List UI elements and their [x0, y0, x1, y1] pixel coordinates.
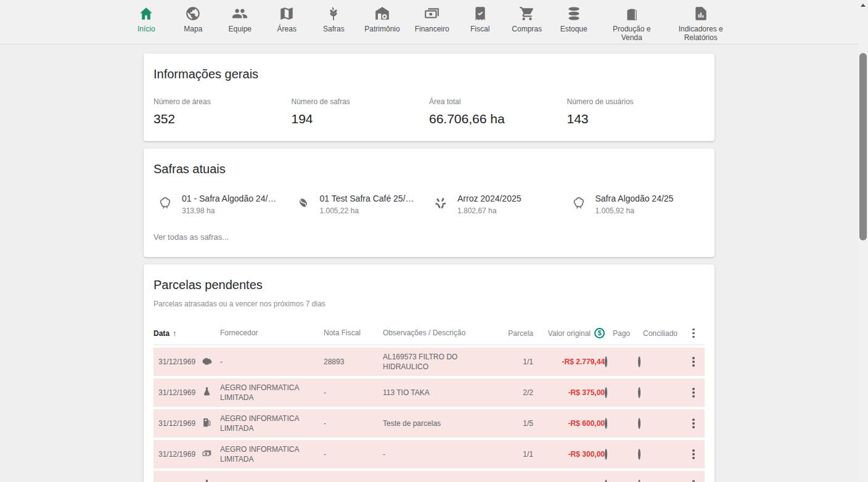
- scroll-up-arrow-icon[interactable]: [858, 0, 868, 10]
- engine-icon: [202, 356, 220, 368]
- parcela-row[interactable]: 31/12/1969 AEGRO INFORMATICA LIMITADA - …: [154, 378, 705, 407]
- main-content: Informações gerais Número de áreas 352 N…: [0, 45, 858, 482]
- valor-original: -R$ 300,00: [536, 450, 605, 459]
- general-info-title: Informações gerais: [154, 67, 705, 81]
- row-options-kebab-icon[interactable]: [682, 416, 705, 431]
- parcela-row[interactable]: 31/12/1969 AEGRO INFORMATICA LIMITADA - …: [154, 440, 705, 468]
- flask-icon: [202, 386, 220, 399]
- nav-item-financeiro[interactable]: Financeiro: [415, 0, 449, 34]
- column-header-parcela: Parcela: [500, 329, 536, 338]
- report-chart-icon: [693, 4, 709, 23]
- conciliado-radio[interactable]: [638, 450, 682, 459]
- home-icon: [138, 4, 154, 23]
- cotton-icon: [157, 195, 173, 211]
- nav-item-estoque[interactable]: Estoque: [558, 0, 590, 34]
- stacked-discs-icon: [565, 4, 583, 23]
- column-header-nota-fiscal: Nota Fiscal: [324, 328, 383, 338]
- flask-icon: [202, 479, 220, 482]
- pago-radio[interactable]: [605, 388, 638, 397]
- safras-title: Safras atuais: [154, 162, 705, 176]
- coffee-bean-icon: [295, 195, 311, 211]
- money-note-icon: [202, 448, 220, 460]
- rice-icon: [433, 195, 449, 211]
- nav-item-mapa[interactable]: Mapa: [177, 0, 209, 34]
- stat-safras: Número de safras 194: [292, 97, 430, 126]
- safra-item[interactable]: 01 - Safra Algodão 24/… 313,98 ha: [154, 194, 292, 215]
- pago-radio[interactable]: [605, 419, 638, 428]
- safra-item[interactable]: Arroz 2024/2025 1.802,67 ha: [429, 194, 567, 215]
- table-options-kebab-icon[interactable]: [682, 326, 705, 341]
- nav-item-indicadores-relatorios[interactable]: Indicadores e Relatórios: [674, 0, 728, 43]
- column-header-data[interactable]: Data ↑: [154, 329, 220, 338]
- table-body: 31/12/1969 - 28893 AL169573 FILTRO DO HI…: [154, 348, 705, 482]
- parcelas-subtitle: Parcelas atrasadas ou a vencer nos próxi…: [154, 300, 705, 308]
- column-header-valor-original: Valor original $: [536, 328, 605, 338]
- nav-item-safras[interactable]: Safras: [317, 0, 350, 34]
- receipt-check-icon: [472, 4, 488, 23]
- valor-original: -R$ 2.779,44: [536, 357, 605, 366]
- scrollbar-thumb[interactable]: [859, 53, 867, 240]
- row-options-kebab-icon[interactable]: [682, 478, 705, 482]
- vertical-scrollbar[interactable]: [858, 0, 868, 482]
- column-header-conciliado: Conciliado: [638, 329, 682, 338]
- parcelas-table: Data ↑ Fornecedor Nota Fiscal Observaçõe…: [154, 322, 705, 482]
- conciliado-radio[interactable]: [638, 419, 682, 428]
- nav-item-patrimonio[interactable]: Patrimônio: [364, 0, 399, 34]
- shopping-cart-icon: [519, 4, 535, 23]
- row-options-kebab-icon[interactable]: [682, 354, 705, 369]
- nav-item-producao-venda[interactable]: Produção e Venda: [605, 0, 659, 43]
- column-header-pago: Pago: [605, 329, 638, 338]
- pending-installments-card: Parcelas pendentes Parcelas atrasadas ou…: [144, 264, 714, 482]
- cotton-icon: [571, 195, 587, 211]
- pago-radio[interactable]: [605, 357, 638, 366]
- row-options-kebab-icon[interactable]: [682, 447, 705, 462]
- stat-areas: Número de áreas 352: [154, 97, 292, 126]
- nav-item-compras[interactable]: Compras: [511, 0, 543, 34]
- barn-tractor-icon: [374, 4, 391, 23]
- safras-list: 01 - Safra Algodão 24/… 313,98 ha 01 Tes…: [154, 194, 705, 215]
- general-info-card: Informações gerais Número de áreas 352 N…: [144, 54, 714, 141]
- stat-usuarios: Número de usuários 143: [567, 97, 705, 126]
- safra-item[interactable]: Safra Algodão 24/25 1.005,92 ha: [567, 194, 705, 215]
- nav-item-areas[interactable]: Áreas: [271, 0, 303, 34]
- column-header-fornecedor: Fornecedor: [220, 328, 324, 338]
- parcela-row[interactable]: 01/01/1970 - 28893 2,4-D NORTOX 1/1 -R$ …: [154, 471, 705, 482]
- general-info-stats: Número de áreas 352 Número de safras 194…: [154, 97, 705, 126]
- pago-radio[interactable]: [605, 450, 638, 459]
- valor-original: -R$ 600,00: [536, 419, 605, 428]
- banknote-icon: [424, 4, 441, 23]
- conciliado-radio[interactable]: [638, 357, 682, 366]
- map-icon: [279, 4, 295, 23]
- parcela-row[interactable]: 31/12/1969 - 28893 AL169573 FILTRO DO HI…: [154, 348, 705, 376]
- current-safras-card: Safras atuais 01 - Safra Algodão 24/… 31…: [144, 149, 714, 257]
- nav-item-inicio[interactable]: Início: [130, 0, 162, 34]
- stat-area-total: Área total 66.706,66 ha: [429, 97, 567, 126]
- nav-item-fiscal[interactable]: Fiscal: [464, 0, 496, 34]
- top-navigation: Início Mapa Equipe Áreas Safras Patrimôn…: [0, 0, 858, 44]
- valor-original: -R$ 375,00: [536, 388, 605, 397]
- globe-icon: [185, 4, 201, 23]
- nav-item-equipe[interactable]: Equipe: [224, 0, 256, 34]
- silo-icon: [624, 4, 640, 23]
- row-options-kebab-icon[interactable]: [682, 385, 705, 400]
- table-header-row: Data ↑ Fornecedor Nota Fiscal Observaçõe…: [154, 322, 705, 345]
- safra-item[interactable]: 01 Test Safra Café 25/… 1.005,22 ha: [292, 194, 430, 215]
- people-icon: [231, 4, 248, 23]
- fuel-pump-icon: [202, 417, 220, 430]
- currency-dollar-icon[interactable]: $: [594, 328, 605, 338]
- sort-ascending-icon: ↑: [173, 329, 177, 338]
- conciliado-radio[interactable]: [638, 388, 682, 397]
- wheat-icon: [326, 4, 342, 23]
- parcelas-title: Parcelas pendentes: [154, 278, 705, 292]
- column-header-observacoes: Observações / Descrição: [383, 328, 500, 338]
- view-all-safras-link[interactable]: Ver todas as safras...: [154, 232, 229, 242]
- parcela-row[interactable]: 31/12/1969 AEGRO INFORMATICA LIMITADA - …: [154, 409, 705, 438]
